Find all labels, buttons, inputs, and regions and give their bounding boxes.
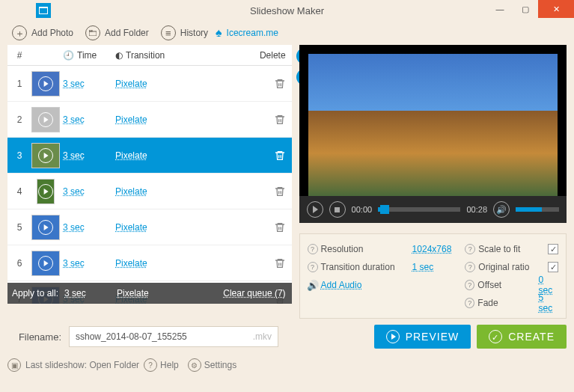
filename-input[interactable]: sshow_2014-08-07_155255 .mkv — [69, 326, 278, 347]
total-time: 00:28 — [466, 205, 487, 214]
row-time[interactable]: 3 sec — [63, 114, 115, 125]
apply-all-label: Apply to all: — [12, 288, 64, 298]
toolbar: ＋ Add Photo Add Folder ≡ History ♠ Icecr… — [0, 21, 574, 45]
row-num: 4 — [10, 186, 28, 197]
settings-panel: ?Resolution1024x768 ?Transition duration… — [299, 233, 567, 319]
help-icon[interactable]: ? — [465, 280, 474, 290]
check-icon — [489, 330, 502, 343]
row-num: 6 — [10, 258, 28, 269]
row-delete-button[interactable] — [250, 186, 286, 197]
transition-duration-value[interactable]: 1 sec — [412, 262, 434, 272]
row-thumbnail[interactable] — [28, 69, 63, 99]
help-icon[interactable]: ? — [308, 244, 318, 254]
svg-rect-1 — [40, 8, 47, 13]
scale-label: Scale to fit — [478, 244, 541, 254]
stop-button[interactable] — [329, 201, 346, 218]
player-controls: 00:00 00:28 🔊 — [299, 196, 567, 223]
row-time[interactable]: 3 sec — [63, 222, 115, 233]
row-delete-button[interactable] — [250, 78, 286, 90]
apply-all-time[interactable]: 3 sec — [64, 288, 117, 298]
window-controls: — ▢ ✕ — [487, 0, 574, 18]
clear-queue-button[interactable]: Clear queue (7) — [223, 288, 285, 298]
row-delete-button[interactable] — [250, 257, 286, 269]
slide-list: 13 secPixelate23 secPixelate33 secPixela… — [7, 66, 292, 304]
row-thumbnail[interactable] — [28, 177, 63, 206]
table-row[interactable]: 63 secPixelate — [7, 245, 292, 281]
header-time[interactable]: 🕘Time — [63, 50, 115, 61]
svg-rect-2 — [89, 31, 97, 36]
last-slideshow-link[interactable]: Last slideshow: Open Folder — [25, 360, 139, 370]
header-transition[interactable]: ◐Transition — [115, 50, 250, 61]
row-time[interactable]: 3 sec — [63, 150, 115, 161]
header-delete: Delete — [250, 50, 286, 61]
table-row[interactable]: 13 secPixelate — [7, 66, 292, 102]
svg-rect-3 — [89, 30, 92, 31]
table-row[interactable]: 33 secPixelate — [7, 138, 292, 174]
preview-pane: 00:00 00:28 🔊 — [299, 45, 567, 223]
table-row[interactable]: 43 secPixelate — [7, 174, 292, 209]
help-icon[interactable]: ? — [308, 262, 318, 272]
add-photo-button[interactable]: ＋ Add Photo — [7, 24, 78, 42]
transition-icon: ◐ — [115, 50, 123, 61]
table-row[interactable]: 23 secPixelate — [7, 102, 292, 138]
brand-link[interactable]: Icecream.me — [227, 28, 278, 38]
row-thumbnail[interactable] — [28, 212, 63, 242]
settings-button[interactable]: ⚙Settings — [188, 358, 236, 372]
resolution-label: Resolution — [321, 244, 409, 254]
row-transition[interactable]: Pixelate — [115, 114, 250, 125]
create-button[interactable]: CREATE — [477, 325, 567, 349]
row-transition[interactable]: Pixelate — [115, 150, 250, 161]
apply-all-bar: Apply to all: 3 sec Pixelate Clear queue… — [7, 283, 292, 304]
row-transition[interactable]: Pixelate — [115, 222, 250, 233]
row-thumbnail[interactable] — [28, 141, 63, 171]
row-num: 5 — [10, 222, 28, 233]
add-folder-button[interactable]: Add Folder — [81, 24, 153, 42]
row-transition[interactable]: Pixelate — [115, 186, 250, 197]
help-icon[interactable]: ? — [465, 298, 474, 308]
preview-button[interactable]: PREVIEW — [374, 325, 471, 349]
scale-checkbox[interactable]: ✓ — [548, 244, 558, 254]
row-num: 3 — [10, 150, 28, 161]
maximize-button[interactable]: ▢ — [513, 0, 538, 18]
row-time[interactable]: 3 sec — [63, 186, 115, 197]
resolution-value[interactable]: 1024x768 — [412, 244, 452, 254]
header-num: # — [10, 50, 28, 61]
help-icon[interactable]: ? — [465, 244, 475, 254]
row-delete-button[interactable] — [250, 114, 286, 126]
row-time[interactable]: 3 sec — [63, 79, 115, 89]
close-button[interactable]: ✕ — [538, 0, 574, 18]
filename-ext: .mkv — [253, 331, 272, 342]
offset-label: Offset — [477, 280, 535, 290]
folder-icon — [85, 25, 100, 40]
mute-button[interactable]: 🔊 — [493, 201, 510, 218]
row-delete-button[interactable] — [250, 221, 286, 233]
ratio-checkbox[interactable]: ✓ — [548, 262, 558, 272]
app-icon — [36, 3, 51, 18]
row-transition[interactable]: Pixelate — [115, 79, 250, 89]
fade-label: Fade — [477, 298, 535, 308]
row-transition[interactable]: Pixelate — [115, 258, 250, 269]
clock-icon: 🕘 — [63, 50, 74, 61]
table-row[interactable]: 53 secPixelate — [7, 209, 292, 245]
apply-all-transition[interactable]: Pixelate — [117, 288, 223, 298]
row-time[interactable]: 3 sec — [63, 258, 115, 269]
play-icon — [386, 330, 400, 343]
row-thumbnail[interactable] — [28, 105, 63, 135]
play-button[interactable] — [307, 201, 323, 218]
row-delete-button[interactable] — [250, 150, 286, 162]
row-num: 2 — [10, 114, 28, 125]
filename-label: Filename: — [7, 331, 61, 343]
help-button[interactable]: ?Help — [144, 358, 179, 372]
add-audio-button[interactable]: Add Audio — [321, 280, 362, 290]
audio-icon: 🔊 — [308, 280, 318, 290]
seek-bar[interactable] — [378, 207, 460, 212]
minimize-button[interactable]: — — [487, 0, 513, 18]
volume-bar[interactable] — [516, 207, 559, 212]
fade-value[interactable]: 5 sec — [539, 293, 558, 313]
plus-icon: ＋ — [12, 25, 27, 40]
history-button[interactable]: ≡ History — [156, 24, 213, 42]
history-icon: ≡ — [161, 25, 176, 40]
help-icon[interactable]: ? — [465, 262, 475, 272]
row-thumbnail[interactable] — [28, 248, 63, 278]
row-num: 1 — [10, 79, 28, 89]
